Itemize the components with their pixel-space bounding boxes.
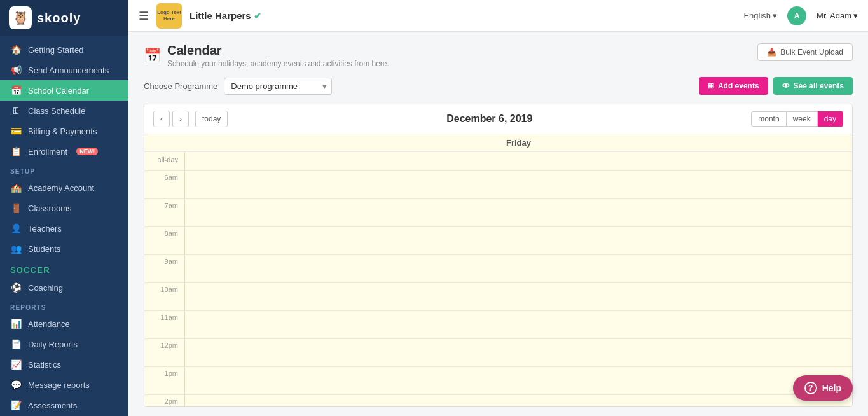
calendar-week-view[interactable]: week	[787, 111, 818, 127]
sidebar-item-enrollment[interactable]: 📋 Enrollment New!	[0, 141, 128, 162]
sidebar-item-label: Enrollment	[28, 147, 67, 156]
sidebar-item-assessments[interactable]: 📝 Assessments	[0, 395, 128, 415]
upload-icon: 📥	[767, 48, 776, 57]
time-label-11am: 11am	[144, 311, 185, 338]
sidebar-item-school-calendar[interactable]: 📅 School Calendar	[0, 80, 128, 101]
page-subtitle: Schedule your holidays, academy events a…	[167, 59, 389, 68]
calendar-time-row: 6am	[144, 171, 852, 199]
billing-icon: 💳	[10, 126, 22, 136]
sidebar-item-label: Teachers	[28, 224, 62, 233]
calendar-prev-button[interactable]: ‹	[153, 111, 170, 127]
coaching-icon: ⚽	[10, 282, 22, 293]
allday-label: all-day	[144, 152, 185, 170]
sidebar-item-label: Daily Reports	[28, 340, 78, 349]
sidebar-item-coaching[interactable]: ⚽ Coaching	[0, 277, 128, 298]
page-calendar-icon: 📅	[144, 48, 161, 64]
bulk-upload-button[interactable]: 📥 Bulk Event Upload	[757, 43, 853, 61]
sidebar-item-academy-account[interactable]: 🏫 Academy Account	[0, 177, 128, 198]
add-events-button[interactable]: ⊞ Add events	[699, 77, 768, 95]
sidebar-item-label: Students	[28, 244, 60, 254]
enrollment-icon: 📋	[10, 146, 22, 156]
sidebar-item-send-announcements[interactable]: 📢 Send Announcements	[0, 60, 128, 80]
time-cell-8am	[185, 227, 852, 254]
verified-icon: ✔	[254, 11, 261, 21]
calendar-time-row: 11am	[144, 311, 852, 339]
sidebar-item-label: Message reports	[28, 380, 90, 390]
calendar-view-buttons: month week day	[751, 111, 843, 127]
see-all-events-button[interactable]: 👁 See all events	[773, 77, 853, 95]
calendar-day-view[interactable]: day	[818, 111, 843, 127]
academy-logo: Logo Text Here	[156, 3, 182, 29]
programme-select[interactable]: Demo programme All Programmes Morning Pr…	[224, 78, 332, 95]
new-badge: New!	[76, 148, 98, 155]
sidebar-item-message-reports[interactable]: 💬 Message reports	[0, 375, 128, 395]
content-area: 📅 Calendar Schedule your holidays, acade…	[128, 32, 868, 416]
calendar-time-row: 7am	[144, 199, 852, 227]
time-cell-11am	[185, 311, 852, 338]
time-cell-2pm	[185, 395, 852, 406]
time-label-12pm: 12pm	[144, 339, 185, 366]
allday-cell	[185, 152, 852, 170]
calendar-month-view[interactable]: month	[751, 111, 786, 127]
time-cell-7am	[185, 199, 852, 226]
sidebar-item-attendance[interactable]: 📊 Attendance	[0, 314, 128, 334]
sidebar-nav: 🏠 Getting Started 📢 Send Announcements 📅…	[0, 36, 128, 416]
hamburger-button[interactable]: ☰	[139, 9, 149, 23]
sidebar-item-classrooms[interactable]: 🚪 Classrooms	[0, 198, 128, 218]
help-button[interactable]: ? Help	[793, 375, 853, 401]
programme-selector: Choose Programme Demo programme All Prog…	[144, 78, 332, 95]
time-label-1pm: 1pm	[144, 367, 185, 394]
sidebar-item-label: Classrooms	[28, 204, 72, 213]
page-title: Calendar	[167, 43, 389, 58]
sidebar-item-teachers[interactable]: 👤 Teachers	[0, 218, 128, 239]
time-label-7am: 7am	[144, 199, 185, 226]
section-soccer: SOCCER	[0, 259, 128, 277]
sidebar-item-label: Assessments	[28, 401, 77, 410]
help-circle-icon: ?	[804, 382, 817, 394]
sidebar-item-getting-started[interactable]: 🏠 Getting Started	[0, 39, 128, 60]
students-icon: 👥	[10, 244, 22, 254]
programme-select-wrapper: Demo programme All Programmes Morning Pr…	[224, 78, 332, 95]
calendar-allday-row: all-day	[144, 152, 852, 171]
sidebar-item-label: Send Announcements	[28, 66, 109, 75]
sidebar-item-label: Billing & Payments	[28, 127, 97, 136]
calendar-time-row: 1pm	[144, 367, 852, 395]
sidebar-item-class-schedule[interactable]: 🗓 Class Schedule	[0, 101, 128, 121]
eye-icon: 👁	[782, 81, 790, 90]
statistics-icon: 📈	[10, 359, 22, 370]
time-label-6am: 6am	[144, 171, 185, 198]
academy-icon: 🏫	[10, 183, 22, 193]
sidebar-item-students[interactable]: 👥 Students	[0, 239, 128, 259]
attendance-icon: 📊	[10, 319, 22, 329]
academy-name: Little Harpers ✔	[189, 10, 261, 21]
sidebar-item-billing-payments[interactable]: 💳 Billing & Payments	[0, 121, 128, 141]
main-content: ☰ Logo Text Here Little Harpers ✔ Englis…	[128, 0, 868, 416]
time-cell-9am	[185, 255, 852, 282]
sidebar-item-statistics[interactable]: 📈 Statistics	[0, 354, 128, 375]
topbar: ☰ Logo Text Here Little Harpers ✔ Englis…	[128, 0, 868, 32]
sidebar-item-label: Class Schedule	[28, 106, 85, 116]
sidebar: 🦉 skooly 🏠 Getting Started 📢 Send Announ…	[0, 0, 128, 416]
calendar-nav: ‹ › today	[153, 111, 228, 127]
user-menu[interactable]: Mr. Adam ▾	[816, 11, 858, 20]
calendar-toolbar: ‹ › today December 6, 2019 month week da…	[144, 104, 852, 134]
topbar-right: English ▾ A Mr. Adam ▾	[743, 6, 858, 25]
calendar-day-name: Friday	[185, 138, 852, 148]
calendar-time-row: 2pm	[144, 395, 852, 406]
calendar-day-header: Friday	[144, 134, 852, 152]
user-chevron-icon: ▾	[853, 11, 858, 20]
sidebar-item-daily-reports[interactable]: 📄 Daily Reports	[0, 334, 128, 354]
time-label-10am: 10am	[144, 283, 185, 310]
chevron-down-icon: ▾	[773, 11, 777, 20]
calendar-time-row: 9am	[144, 255, 852, 283]
page-header: 📅 Calendar Schedule your holidays, acade…	[144, 43, 853, 68]
teachers-icon: 👤	[10, 223, 22, 233]
calendar-today-button[interactable]: today	[195, 111, 228, 127]
language-selector[interactable]: English ▾	[743, 11, 777, 20]
calendar-next-button[interactable]: ›	[172, 111, 189, 127]
calendar-body[interactable]: all-day 6am 7am 8am 9am	[144, 152, 852, 406]
sidebar-item-label: Academy Account	[28, 183, 94, 193]
time-cell-12pm	[185, 339, 852, 366]
calendar-icon: 📅	[10, 85, 22, 95]
controls-row: Choose Programme Demo programme All Prog…	[144, 77, 853, 95]
